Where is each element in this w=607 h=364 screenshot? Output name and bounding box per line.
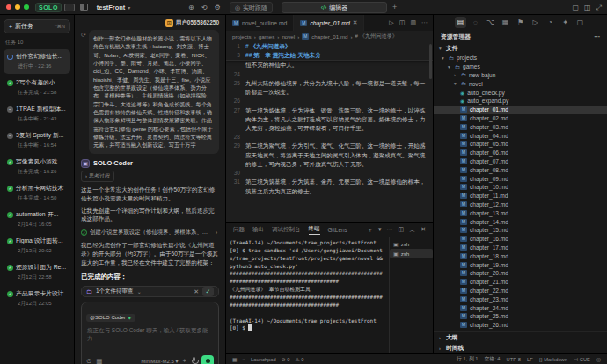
file-chapter_22.md[interactable]: Mchapter_22.md	[434, 287, 607, 295]
folder-games[interactable]: ▾🗀games	[434, 62, 607, 71]
extensions-icon[interactable]: ▦	[500, 17, 511, 28]
chat-input-box[interactable]: @SOLO Coder ✦ 您正在与 SOLO Coder 聊天，输入 / 获取…	[81, 302, 219, 364]
microphone-icon[interactable]	[191, 357, 197, 364]
terminal-output[interactable]: (TraeAI-14) ~/Documents/trae_projects/te…	[226, 237, 389, 353]
run-debug-icon[interactable]: ▷	[530, 17, 541, 28]
task-list-item[interactable]: ✓automation-开...2月14日 16:05	[4, 207, 70, 232]
editor-scrollbar[interactable]	[429, 44, 432, 79]
task-list-item[interactable]: ✓还原设计图为 Re...2月12日 22:58	[4, 260, 70, 285]
task-list-item[interactable]: ✓2写个有趣的小...任务完成 · 21:58	[4, 76, 70, 100]
retry-icon[interactable]: ⟳	[81, 30, 86, 154]
file-chapter_17.md[interactable]: Mchapter_17.md	[434, 244, 607, 252]
task-list-item[interactable]: ✓写像素风小游戏任务完成 · 16:26	[4, 155, 70, 179]
panel-tab-输出[interactable]: 输出	[252, 226, 264, 234]
task-list-item[interactable]: 创作玄幻修仙长...进行中 · 22:16	[4, 49, 70, 74]
tab-chapter-01[interactable]: M chapter_01.md ✕	[294, 15, 364, 31]
file-chapter_25.md[interactable]: Mchapter_25.md	[434, 312, 607, 321]
file-chapter_16.md[interactable]: Mchapter_16.md	[434, 235, 607, 244]
add-view-tab-button[interactable]: +	[392, 3, 397, 11]
files-section-header[interactable]: ▾ 文件	[434, 43, 607, 54]
completed-step-row[interactable]: ✓ 创建小说世界观设定（修仙境界、灵根体系、势力分... ›	[81, 229, 219, 237]
notification-icon[interactable]: ◎	[596, 357, 601, 362]
file-chapter_02.md[interactable]: Mchapter_02.md	[434, 114, 607, 123]
file-chapter_09.md[interactable]: Mchapter_09.md	[434, 174, 607, 183]
file-chapter_18.md[interactable]: Mchapter_18.md	[434, 251, 607, 260]
close-window-button[interactable]	[6, 4, 11, 10]
more-icon[interactable]: ⋯	[387, 226, 393, 235]
new-terminal-icon[interactable]: ＋	[367, 226, 373, 235]
status-item[interactable]: 行 1, 列 1	[457, 355, 478, 363]
minimize-window-button[interactable]	[15, 4, 20, 10]
add-context-button[interactable]: +	[183, 357, 186, 364]
file-auto_check.py[interactable]: ◉auto_check.py	[434, 88, 607, 97]
panel-tab-终端[interactable]: 终端	[309, 225, 320, 235]
file-chapter_06.md[interactable]: Mchapter_06.md	[434, 149, 607, 157]
files-icon[interactable]: ▤	[455, 17, 466, 28]
breadcrumb-segment[interactable]: chapter_01.md	[311, 33, 347, 40]
timeline-section-header[interactable]: › 时间线	[434, 343, 607, 353]
folder-novel[interactable]: ▾🗀novel	[434, 79, 607, 88]
close-panel-icon[interactable]: ✕	[421, 226, 426, 235]
testing-icon[interactable]: ⚑	[515, 17, 526, 28]
history-icon[interactable]: ⟲	[201, 4, 208, 11]
maximize-window-button[interactable]	[24, 4, 29, 10]
builder-mode-icon[interactable]	[64, 4, 75, 11]
errors-indicator[interactable]: ⊘ 0	[282, 357, 290, 362]
dismiss-review-icon[interactable]: ✕	[194, 288, 199, 295]
file-chapter_08.md[interactable]: Mchapter_08.md	[434, 165, 607, 174]
split-terminal-icon[interactable]: ◫	[399, 226, 405, 235]
approve-review-button[interactable]: ✓	[202, 287, 214, 296]
task-list-item[interactable]: ✓分析黑卡网站技术任务完成 · 14:50	[4, 181, 70, 206]
file-chapter_19.md[interactable]: Mchapter_19.md	[434, 260, 607, 269]
model-selector[interactable]: MiniMax-M2.5 ▾	[141, 358, 178, 364]
file-chapter_23.md[interactable]: Mchapter_23.md	[434, 295, 607, 303]
thought-process-toggle[interactable]: › 思考过程	[81, 171, 114, 182]
breadcrumb-segment[interactable]: novel	[282, 33, 295, 40]
task-list-item[interactable]: −3复刻 Spotify 新...任务中断 · 16:54	[4, 128, 70, 153]
task-list-item[interactable]: ✓产品展示卡片设计2月12日 22:05	[4, 287, 70, 311]
file-review-bar[interactable]: 🗀 1个文件待审查 ⌄ ✕ ✓	[81, 286, 219, 297]
file-chapter_03.md[interactable]: Mchapter_03.md	[434, 122, 607, 131]
panel-tab-问题[interactable]: 问题	[233, 226, 245, 234]
file-chapter_26.md[interactable]: Mchapter_26.md	[434, 321, 607, 330]
split-editor-icon[interactable]: ▥	[410, 19, 416, 26]
layout-split-icon[interactable]: ◫	[584, 4, 591, 12]
run-file-icon[interactable]: ▷	[389, 19, 393, 26]
file-chapter_15.md[interactable]: Mchapter_15.md	[434, 226, 607, 235]
task-list-item[interactable]: −1TRAE 新模型体...任务中断 · 21:43	[4, 102, 70, 127]
toggle-sidebar-icon[interactable]	[80, 4, 88, 11]
folder-projects[interactable]: ▾🗀projects	[434, 54, 607, 62]
breadcrumb[interactable]: projects›games›novel›Mchapter_01.md›# 《九…	[226, 31, 433, 42]
status-item[interactable]: ⊣ CUE	[574, 357, 590, 362]
timeline-icon[interactable]: ◔	[545, 17, 556, 28]
folder-new-bajun[interactable]: ›🗀new-bajun	[434, 71, 607, 80]
attach-image-icon[interactable]: ▦	[96, 357, 102, 364]
chat-input-placeholder[interactable]: 您正在与 SOLO Coder 聊天，输入 / 获取更多能力	[87, 327, 213, 343]
terminal-session-zsh[interactable]: ▣zsh	[390, 239, 433, 249]
open-preview-icon[interactable]: ◫	[399, 19, 406, 26]
panel-tab-GitLens[interactable]: GitLens	[328, 227, 347, 233]
file-chapter_24.md[interactable]: Mchapter_24.md	[434, 303, 607, 312]
expand-window-icon[interactable]: ⤢	[596, 4, 602, 12]
bolt-icon[interactable]: ⌁	[242, 357, 245, 362]
file-chapter_04.md[interactable]: Mchapter_04.md	[434, 131, 607, 140]
file-chapter_13.md[interactable]: Mchapter_13.md	[434, 208, 607, 217]
outline-section-header[interactable]: › 大纲	[434, 332, 607, 343]
terminal-dropdown-icon[interactable]: ▾	[378, 226, 382, 235]
task-list-item[interactable]: ✓Figma 设计图转...2月13日 20:02	[4, 234, 70, 258]
launchpad-label[interactable]: Launchpad	[251, 357, 276, 362]
voice-send-button[interactable]	[201, 355, 214, 364]
status-item[interactable]: {} Markdown	[539, 357, 567, 362]
tab-editor[interactable]: ‹/› 编辑器	[282, 2, 387, 13]
breadcrumb-segment[interactable]: projects	[232, 33, 252, 40]
grid-icon[interactable]: ▦	[232, 357, 237, 362]
file-chapter_11.md[interactable]: Mchapter_11.md	[434, 192, 607, 200]
warnings-indicator[interactable]: ⚠ 0	[295, 357, 304, 362]
file-chapter_05.md[interactable]: Mchapter_05.md	[434, 140, 607, 149]
code-editor[interactable]: 1# 《九州问道录》3## 第一章 混沌之始·天地未分 恒不灭的神仙中人。24 …	[226, 42, 433, 222]
status-item[interactable]: 空格: 4	[485, 355, 501, 363]
file-auto_expand.py[interactable]: ◉auto_expand.py	[434, 97, 607, 106]
file-chapter_07.md[interactable]: Mchapter_07.md	[434, 157, 607, 166]
tab-novel-outline[interactable]: M novel_outline.md	[226, 15, 294, 31]
new-chat-icon[interactable]: ⊕	[188, 4, 194, 11]
